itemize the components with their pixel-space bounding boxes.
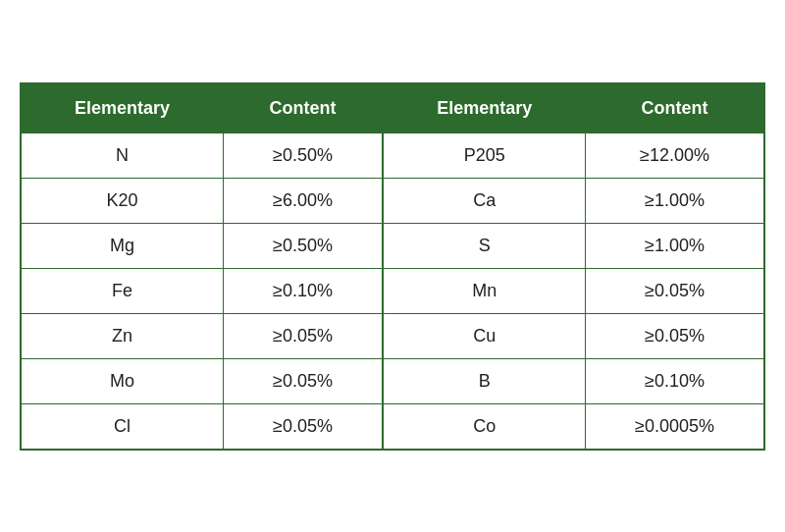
col-header-elementary-1: Elementary	[21, 83, 223, 133]
table-row: Mg≥0.50%S≥1.00%	[21, 223, 764, 268]
cell-4-1: ≥0.05%	[223, 313, 383, 358]
col-header-elementary-2: Elementary	[383, 83, 585, 133]
cell-4-0: Zn	[21, 313, 223, 358]
elements-table: Elementary Content Elementary Content N≥…	[20, 82, 765, 451]
cell-4-3: ≥0.05%	[586, 313, 764, 358]
cell-6-2: Co	[383, 403, 585, 450]
cell-6-3: ≥0.0005%	[586, 403, 764, 450]
col-header-content-2: Content	[586, 83, 764, 133]
cell-0-3: ≥12.00%	[586, 133, 764, 178]
cell-0-1: ≥0.50%	[223, 133, 383, 178]
cell-0-0: N	[21, 133, 223, 178]
table-wrapper: Elementary Content Elementary Content N≥…	[20, 82, 765, 451]
cell-5-2: B	[383, 358, 585, 403]
cell-3-0: Fe	[21, 268, 223, 313]
cell-3-3: ≥0.05%	[586, 268, 764, 313]
table-row: Fe≥0.10%Mn≥0.05%	[21, 268, 764, 313]
table-row: Cl≥0.05%Co≥0.0005%	[21, 403, 764, 450]
cell-5-1: ≥0.05%	[223, 358, 383, 403]
cell-3-1: ≥0.10%	[223, 268, 383, 313]
cell-5-0: Mo	[21, 358, 223, 403]
cell-0-2: P205	[383, 133, 585, 178]
table-row: Zn≥0.05%Cu≥0.05%	[21, 313, 764, 358]
cell-1-2: Ca	[383, 178, 585, 223]
cell-1-3: ≥1.00%	[586, 178, 764, 223]
cell-2-2: S	[383, 223, 585, 268]
table-row: Mo≥0.05%B≥0.10%	[21, 358, 764, 403]
cell-6-0: Cl	[21, 403, 223, 450]
header-row: Elementary Content Elementary Content	[21, 83, 764, 133]
cell-1-1: ≥6.00%	[223, 178, 383, 223]
cell-3-2: Mn	[383, 268, 585, 313]
cell-5-3: ≥0.10%	[586, 358, 764, 403]
col-header-content-1: Content	[223, 83, 383, 133]
cell-2-3: ≥1.00%	[586, 223, 764, 268]
table-row: K20≥6.00%Ca≥1.00%	[21, 178, 764, 223]
cell-1-0: K20	[21, 178, 223, 223]
cell-6-1: ≥0.05%	[223, 403, 383, 450]
cell-4-2: Cu	[383, 313, 585, 358]
cell-2-1: ≥0.50%	[223, 223, 383, 268]
table-row: N≥0.50%P205≥12.00%	[21, 133, 764, 178]
cell-2-0: Mg	[21, 223, 223, 268]
